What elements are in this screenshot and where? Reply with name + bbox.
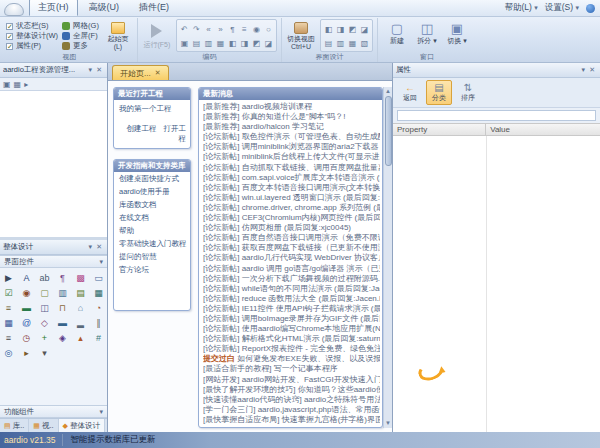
tab-startpage[interactable]: 开始页... ✕ xyxy=(112,65,169,80)
new-window-button[interactable]: ▢新建 xyxy=(382,19,412,52)
menu-tab-插件(E)[interactable]: 插件(E) xyxy=(130,0,178,16)
pin-icon[interactable]: ▾ xyxy=(580,66,588,74)
open-project-link[interactable]: 打开工程 xyxy=(164,124,187,143)
news-item[interactable]: [论坛新帖] com.sapi.voice扩展库文本转语音演示 (最后回复:Ja… xyxy=(203,173,380,183)
news-item[interactable]: [论坛新帖] 获取百度网盘下载链接（已更新不使用浏览器控件）(最后回复:guos… xyxy=(203,243,380,253)
pin-icon[interactable]: ▾ xyxy=(87,66,95,74)
splitter-tool[interactable]: ∥ xyxy=(92,316,105,329)
guide-link-在线文档[interactable]: 在线文档 xyxy=(114,211,190,224)
pin-icon[interactable]: ▾ xyxy=(87,243,95,251)
bookmark-icon[interactable]: ◉ xyxy=(251,23,262,34)
news-item[interactable]: [最快掌握自适应布局] 快速掌握九宫格(井字格)界面布局 xyxy=(203,415,380,425)
close-icon[interactable]: ✕ xyxy=(94,243,104,251)
timer-tool[interactable]: ◷ xyxy=(20,331,33,344)
run-button[interactable]: 运行(F5) xyxy=(142,19,172,52)
columns-icon[interactable]: ▥ xyxy=(203,37,214,48)
hyperlink-tool[interactable]: @ xyxy=(20,316,33,329)
news-item[interactable]: [论坛新帖] 仿网页相册 (最后回复:xjc0045) xyxy=(203,223,380,233)
footer-tab-视..[interactable]: ▦视.. xyxy=(29,419,58,432)
news-item[interactable]: [论坛新帖] 自动抓取下载链接、调用百度网盘批量离线下载（已更新）(最后回复:J… xyxy=(203,163,380,173)
close-icon[interactable]: ✕ xyxy=(155,69,161,77)
close-icon[interactable]: ✕ xyxy=(587,66,597,74)
news-item[interactable]: [最新推荐] 你真的知道什么是"脚本"吗？! xyxy=(203,112,380,122)
menu-tab-高级(U)[interactable]: 高级(U) xyxy=(80,0,129,16)
news-item[interactable]: [论坛新帖] 百度文本转语音接口调用演示(文本转换免费调用) (最后回复:Jac… xyxy=(203,183,380,193)
news-item[interactable]: [论坛新帖] 取色控件演示（可管理色表、自动生成配色方案）(最后回复:LPFG) xyxy=(203,132,380,142)
more-tool[interactable]: ▾ xyxy=(38,346,51,359)
column-header-value[interactable]: Value xyxy=(486,124,514,135)
footer-tab-库..[interactable]: ▤库.. xyxy=(0,419,29,432)
view-item-更多[interactable]: 更多 xyxy=(62,41,99,51)
news-item[interactable]: [论坛新帖] 调用boImage录屏并存为GIF文件 (最后回复:Jacen.H… xyxy=(203,314,380,324)
plus-tool[interactable]: + xyxy=(38,331,51,344)
table-icon[interactable]: ▦ xyxy=(347,37,358,48)
tab-tool[interactable]: ⊓ xyxy=(56,301,69,314)
listview-tool[interactable]: ▦ xyxy=(92,286,105,299)
categorize-button[interactable]: ▤分类 xyxy=(426,80,452,105)
guide-link-官方论坛[interactable]: 官方论坛 xyxy=(114,263,190,276)
scroll-up-icon[interactable]: ▲ xyxy=(385,87,391,96)
groupbox-tool[interactable]: ▢ xyxy=(38,286,51,299)
guide-link-帮助[interactable]: 帮助 xyxy=(114,224,190,237)
news-item[interactable]: [论坛新帖] CEF3(Chromium内核)网页控件 (最后回复:Jacen.… xyxy=(203,213,380,223)
edit-tool[interactable]: ab xyxy=(38,271,51,284)
layout-right-icon[interactable]: ◨ xyxy=(335,23,346,34)
rows-icon[interactable]: ▤ xyxy=(323,37,334,48)
list-icon[interactable]: ≡ xyxy=(239,23,250,34)
chart-tool[interactable]: ▴ xyxy=(74,331,87,344)
news-item[interactable]: [论坛新帖] aardio几行代码实现 WebDriver 协议客户端 (最后回… xyxy=(203,253,380,263)
news-item[interactable]: [论坛新帖] reduce 函数用法大全 (最后回复:Jacen.He) xyxy=(203,294,380,304)
view-mode-icon[interactable]: ▦ xyxy=(14,80,22,89)
news-item[interactable]: [最新推荐] aardio视频培训课程 xyxy=(203,102,380,112)
snippet-icon[interactable]: ▣ xyxy=(179,37,190,48)
news-item[interactable]: [最新推荐] aardio/halcon 学习笔记 xyxy=(203,122,380,132)
news-item[interactable]: [最适合新手的教程] 写一个记事本程序 xyxy=(203,364,380,374)
news-item[interactable]: [论坛新帖] ReportX报表控件 - 完全免费、绿色免注册 (最后回复:ta… xyxy=(203,344,380,354)
progress-tool[interactable]: ▬ xyxy=(20,301,33,314)
picture-tool[interactable]: ▩ xyxy=(74,271,87,284)
scroll-down-icon[interactable]: ▼ xyxy=(385,419,391,428)
news-item[interactable]: [最快了解开发环境的技巧] 你知道吗？这些aardio使用小技巧 xyxy=(203,385,380,395)
align-bottom-icon[interactable]: ◪ xyxy=(263,37,274,48)
close-icon[interactable]: ✕ xyxy=(94,66,104,74)
hotkey-tool[interactable]: ⌂ xyxy=(74,301,87,314)
redo-icon[interactable]: ↷ xyxy=(191,23,202,34)
help-menu[interactable]: 帮助(L) ▾ xyxy=(504,2,537,14)
news-item[interactable]: [论坛新帖] IE11控件 使用API钩子拦截请求演示 (最后回复:我中国来) xyxy=(203,304,380,314)
guide-link-库函数文档[interactable]: 库函数文档 xyxy=(114,198,190,211)
sort-button[interactable]: ⇅排序 xyxy=(455,80,481,105)
richedit-tool[interactable]: ¶ xyxy=(56,271,69,284)
grid-icon[interactable]: ▦ xyxy=(215,37,226,48)
layout-bottom-icon[interactable]: ◪ xyxy=(359,23,370,34)
align-left-icon[interactable]: ◧ xyxy=(227,37,238,48)
guide-link-创建桌面快捷方式[interactable]: 创建桌面快捷方式 xyxy=(114,172,190,185)
listbox-tool[interactable]: ▤ xyxy=(74,286,87,299)
struct-icon[interactable]: ▤ xyxy=(191,37,202,48)
statusbar-tool[interactable]: ▂ xyxy=(74,316,87,329)
gridctrl-tool[interactable]: # xyxy=(92,331,105,344)
new-project-icon[interactable]: ▣ xyxy=(3,80,11,89)
checkbox-tool[interactable]: ☑ xyxy=(2,286,15,299)
calendar-tool[interactable]: ▦ xyxy=(2,316,15,329)
news-item[interactable]: [网站开发] aardio网站开发、FastCGI开发快速入门教程 配置Fast… xyxy=(203,375,380,385)
button-tool[interactable]: ▭ xyxy=(92,271,105,284)
properties-grid-body[interactable] xyxy=(393,136,600,432)
news-item[interactable]: [论坛新帖] 使用aardio编写Chrome本地应用扩展(Native Mes… xyxy=(203,324,380,334)
view-item-网格(G)[interactable]: 网格(G) xyxy=(62,21,99,31)
layout-left-icon[interactable]: ◧ xyxy=(323,23,334,34)
back-button[interactable]: ←返回 xyxy=(397,80,423,105)
find-icon[interactable]: ○ xyxy=(263,23,274,34)
news-item[interactable]: 提交过白 如何避免发布EXE失败、误报、以及误报提交教程 xyxy=(203,354,380,364)
news-item[interactable]: [论坛新帖] while语句的不同用法演示 (最后回复:Jacen.He) xyxy=(203,284,380,294)
radio-tool[interactable]: ◉ xyxy=(20,286,33,299)
slider-tool[interactable]: ◫ xyxy=(38,301,51,314)
menu-tool[interactable]: ≡ xyxy=(2,331,15,344)
toggle-view-button[interactable]: 切换视图Ctrl+U xyxy=(286,19,316,52)
media-tool[interactable]: ▸ xyxy=(20,346,33,359)
view-checkbox-状态栏(S)[interactable]: ✓状态栏(S) xyxy=(6,21,58,31)
property-filter-input[interactable] xyxy=(397,110,596,121)
toolbar-tool[interactable]: ▬ xyxy=(56,316,69,329)
indent-icon[interactable]: » xyxy=(215,23,226,34)
app-menu-orb[interactable] xyxy=(4,3,24,16)
section-ui-controls[interactable]: 界面控件 ▾ xyxy=(0,255,107,268)
